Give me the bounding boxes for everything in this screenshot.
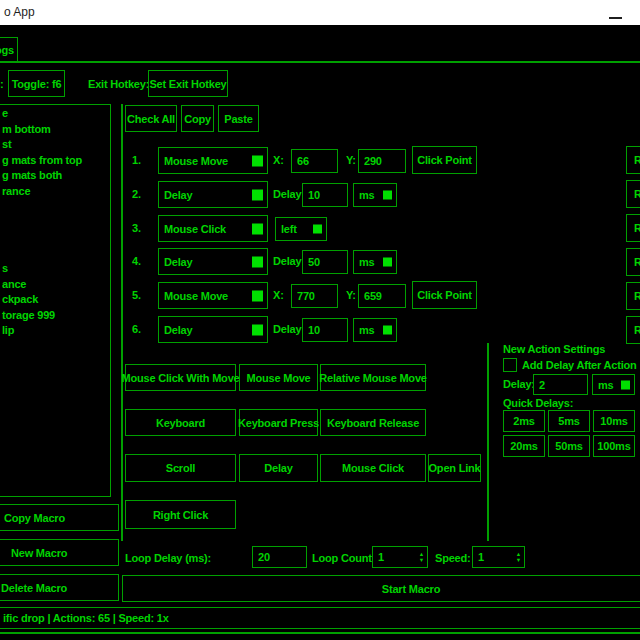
x-input[interactable]: 770	[291, 284, 338, 308]
action-row-number: 5.	[132, 289, 141, 301]
window-bottom-border	[0, 632, 640, 634]
dropdown-arrow-icon	[383, 191, 392, 200]
delay-input[interactable]: 10	[302, 183, 348, 207]
macro-list-item[interactable]: m bottom	[2, 123, 51, 135]
delay-input[interactable]: 10	[302, 318, 348, 342]
quick-delay-button[interactable]: 5ms	[548, 410, 590, 432]
unit-value: ms	[598, 379, 614, 391]
remove-action-button[interactable]: R	[626, 180, 640, 208]
remove-action-button[interactable]: R	[626, 214, 640, 242]
click-point-button[interactable]: Click Point	[412, 146, 477, 174]
delay-input[interactable]: 50	[302, 250, 348, 274]
unit-dropdown[interactable]: ms	[353, 318, 397, 342]
x-input[interactable]: 66	[291, 149, 338, 173]
action-row-number: 4.	[132, 255, 141, 267]
remove-action-button[interactable]: R	[626, 146, 640, 174]
macro-list-item[interactable]: ance	[2, 278, 26, 290]
start-macro-button[interactable]: Start Macro	[122, 575, 640, 602]
new-macro-button[interactable]: New Macro	[0, 539, 119, 566]
macro-app-window: o App ogs : Toggle: f6 Exit Hotkey: Set …	[0, 0, 640, 640]
check-all-button[interactable]: Check All	[125, 105, 177, 132]
new-action-settings-title: New Action Settings	[503, 343, 605, 355]
keyboard-release-button[interactable]: Keyboard Release	[320, 409, 426, 436]
toggle-hotkey-label-fragment: :	[0, 78, 3, 90]
macro-list-item[interactable]: lip	[2, 324, 14, 336]
x-label: X:	[273, 154, 284, 166]
action-type-dropdown[interactable]: Delay	[158, 248, 268, 275]
macro-list-item[interactable]: g mats both	[2, 169, 62, 181]
tab-strip-divider	[0, 61, 640, 63]
action-row-number: 6.	[132, 323, 141, 335]
speed-stepper[interactable]: 1 ▲▼	[472, 546, 525, 568]
macro-list-item[interactable]: g mats from top	[2, 154, 82, 166]
paste-button[interactable]: Paste	[218, 105, 259, 132]
macro-list-item[interactable]: torage 999	[2, 309, 55, 321]
tab-logs[interactable]: ogs	[0, 37, 18, 62]
stepper-arrows-icon[interactable]: ▲▼	[516, 552, 521, 563]
mouse-move-button[interactable]: Mouse Move	[239, 364, 318, 391]
action-type-dropdown[interactable]: Delay	[158, 181, 268, 208]
macro-list-item[interactable]: ckpack	[2, 293, 38, 305]
action-type-dropdown[interactable]: Mouse Click	[158, 215, 268, 242]
open-link-button[interactable]: Open Link	[428, 454, 481, 482]
loop-count-stepper[interactable]: 1 ▲▼	[372, 546, 428, 568]
copy-button[interactable]: Copy	[181, 105, 214, 132]
unit-dropdown[interactable]: ms	[353, 250, 397, 274]
action-row-number: 3.	[132, 222, 141, 234]
delete-macro-button[interactable]: Delete Macro	[0, 574, 119, 601]
quick-delay-button[interactable]: 100ms	[593, 435, 635, 457]
quick-delay-button[interactable]: 2ms	[503, 410, 545, 432]
dropdown-arrow-icon	[252, 324, 263, 335]
y-label: Y:	[346, 289, 356, 301]
action-type-value: Mouse Move	[164, 155, 228, 167]
nas-unit-dropdown[interactable]: ms	[592, 374, 635, 395]
macro-list-item[interactable]: rance	[2, 185, 30, 197]
remove-action-button[interactable]: R	[626, 282, 640, 310]
settings-panel-divider	[487, 343, 489, 541]
remove-action-button[interactable]: R	[626, 316, 640, 344]
toggle-hotkey-button[interactable]: Toggle: f6	[8, 70, 65, 97]
relative-mouse-move-button[interactable]: Relative Mouse Move	[320, 364, 426, 391]
status-bar: ific drop | Actions: 65 | Speed: 1x	[0, 607, 640, 629]
copy-macro-button[interactable]: Copy Macro	[0, 504, 119, 531]
right-click-button[interactable]: Right Click	[125, 500, 236, 529]
stepper-arrows-icon[interactable]: ▲▼	[419, 552, 424, 563]
keyboard-button[interactable]: Keyboard	[125, 409, 236, 436]
add-delay-checkbox[interactable]	[503, 358, 517, 372]
remove-action-button[interactable]: R	[626, 248, 640, 276]
y-input[interactable]: 290	[358, 149, 406, 173]
delay-button[interactable]: Delay	[239, 454, 318, 482]
macro-list-item[interactable]: s	[2, 262, 8, 274]
window-title: o App	[4, 5, 35, 19]
action-type-dropdown[interactable]: Delay	[158, 316, 268, 343]
quick-delay-button[interactable]: 50ms	[548, 435, 590, 457]
set-exit-hotkey-button[interactable]: Set Exit Hotkey	[148, 70, 228, 97]
action-type-value: Mouse Move	[164, 290, 228, 302]
mouse-button-dropdown[interactable]: left	[275, 217, 327, 241]
dropdown-arrow-icon	[313, 225, 322, 234]
quick-delay-button[interactable]: 10ms	[593, 410, 635, 432]
loop-delay-input[interactable]: 20	[252, 546, 307, 568]
nas-delay-input[interactable]: 2	[533, 374, 588, 395]
action-type-dropdown[interactable]: Mouse Move	[158, 147, 268, 174]
action-row-number: 1.	[132, 154, 141, 166]
mouse-click-button[interactable]: Mouse Click	[320, 454, 426, 482]
keyboard-press-button[interactable]: Keyboard Press	[239, 409, 318, 436]
scroll-button[interactable]: Scroll	[125, 454, 236, 482]
mouse-click-with-move-button[interactable]: Mouse Click With Move	[125, 364, 236, 391]
action-row-number: 2.	[132, 188, 141, 200]
add-delay-label: Add Delay After Action	[522, 359, 637, 371]
click-point-button[interactable]: Click Point	[412, 281, 477, 309]
dropdown-arrow-icon	[252, 256, 263, 267]
y-input[interactable]: 659	[358, 284, 406, 308]
quick-delay-button[interactable]: 20ms	[503, 435, 545, 457]
dropdown-arrow-icon	[383, 258, 392, 267]
main-panel-border	[121, 104, 123, 541]
unit-dropdown[interactable]: ms	[353, 183, 397, 207]
minimize-icon[interactable]	[609, 17, 622, 19]
macro-list-item[interactable]: st	[2, 138, 11, 150]
macro-list-item[interactable]: e	[2, 107, 8, 119]
dropdown-arrow-icon	[252, 155, 263, 166]
dropdown-arrow-icon	[383, 326, 392, 335]
action-type-dropdown[interactable]: Mouse Move	[158, 282, 268, 309]
